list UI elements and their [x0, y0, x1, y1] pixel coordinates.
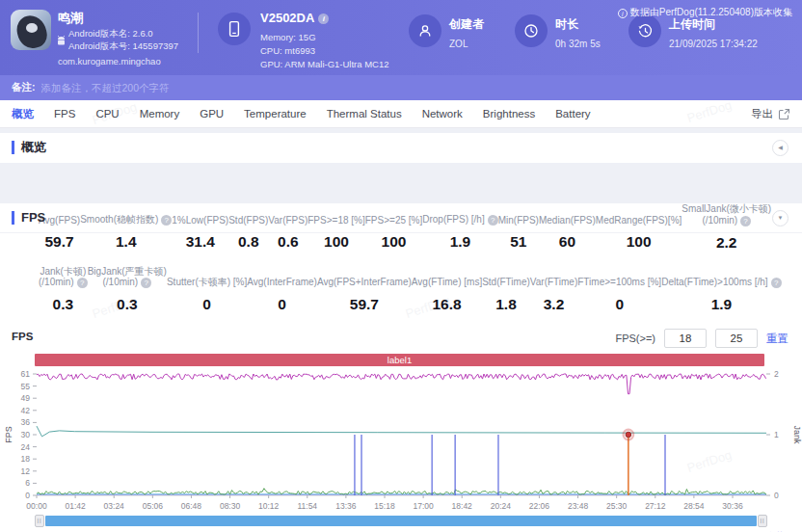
fps-threshold-reset-link[interactable]: 重置: [766, 332, 789, 346]
tab-bar: 概览FPSCPUMemoryGPUTemperatureThermal Stat…: [0, 100, 802, 128]
help-icon[interactable]: ?: [740, 216, 751, 226]
help-icon[interactable]: ?: [77, 278, 88, 288]
app-package: com.kurogame.mingchao: [58, 56, 161, 66]
tab-Network[interactable]: Network: [422, 107, 463, 121]
tab-GPU[interactable]: GPU: [200, 107, 224, 121]
device-gpu: GPU: ARM Mali-G1-Ultra MC12: [260, 59, 389, 69]
slider-right-handle[interactable]: ||: [758, 515, 767, 527]
fps-threshold-low-input[interactable]: [664, 329, 707, 348]
tab-Thermal Status[interactable]: Thermal Status: [327, 107, 402, 121]
duration-label: 时长: [555, 16, 578, 33]
svg-text:06:48: 06:48: [181, 501, 202, 511]
svg-text:20:24: 20:24: [491, 501, 512, 511]
stat-value: 1.4: [80, 233, 172, 251]
help-icon[interactable]: ?: [771, 278, 782, 288]
stat-value: 0.3: [88, 296, 167, 313]
android-icon: [57, 33, 66, 48]
export-button[interactable]: 导出: [751, 100, 790, 127]
device-info-icon[interactable]: i: [318, 13, 329, 24]
svg-text:17:00: 17:00: [413, 501, 434, 511]
fps-threshold-label: FPS(>=): [615, 332, 655, 344]
stat-value: 0.6: [268, 233, 307, 251]
svg-text:61: 61: [21, 369, 31, 379]
svg-text:24: 24: [21, 442, 31, 452]
note-label: 备注:: [12, 81, 36, 94]
chart-label-band[interactable]: label1: [35, 354, 764, 366]
fps-section: FPS ▼ PerfDog PerfDog PerfDog Avg(FPS)59…: [0, 203, 802, 532]
tab-Brightness[interactable]: Brightness: [483, 107, 535, 121]
fps-chart-header: FPS FPS(>=) 重置: [0, 329, 802, 350]
fps-stat: 1%Low(FPS)31.4: [172, 203, 228, 252]
fps-stat: Avg(FTime) [ms]16.8: [412, 266, 482, 314]
header-divider: [198, 13, 199, 53]
svg-text:01:42: 01:42: [65, 501, 86, 511]
fps-threshold-high-input[interactable]: [715, 329, 758, 348]
help-icon[interactable]: ?: [488, 215, 498, 226]
perfdog-report-page: 鸣潮 Android版本名: 2.6.0 Android版本号: 1455973…: [0, 0, 802, 532]
duration-value: 0h 32m 5s: [555, 39, 601, 49]
svg-text:0: 0: [774, 491, 779, 500]
slider-bar[interactable]: [45, 516, 757, 526]
android-version-code: Android版本号: 145597397: [68, 40, 178, 53]
stat-value: 31.4: [172, 233, 228, 251]
duration-icon: [515, 14, 548, 47]
svg-text:2: 2: [774, 369, 779, 379]
stat-value: 59.7: [39, 233, 80, 251]
stat-value: 2.2: [682, 234, 771, 252]
tab-FPS[interactable]: FPS: [54, 107, 75, 121]
tab-概览[interactable]: 概览: [12, 107, 34, 121]
info-icon: i: [618, 9, 628, 18]
chart-range-slider[interactable]: || ||: [45, 516, 757, 526]
report-header: 鸣潮 Android版本名: 2.6.0 Android版本号: 1455973…: [0, 0, 802, 75]
svg-text:23:48: 23:48: [568, 501, 589, 511]
stat-value: 51: [498, 233, 539, 251]
fps-line-chart[interactable]: 00:0001:4203:2405:0606:4808:3010:1211:54…: [0, 368, 802, 515]
help-icon[interactable]: ?: [141, 278, 151, 288]
note-input[interactable]: [41, 82, 427, 93]
svg-text:42: 42: [21, 406, 31, 415]
fps-stat: Avg(FPS+InterFrame)59.7: [317, 266, 412, 314]
tab-Memory[interactable]: Memory: [140, 107, 180, 121]
upload-time-icon: [628, 14, 661, 47]
svg-text:05:06: 05:06: [143, 501, 164, 511]
overview-collapse-button[interactable]: ◀: [772, 140, 789, 156]
fps-collapse-button[interactable]: ▼: [772, 210, 789, 226]
svg-text:10:12: 10:12: [258, 501, 280, 511]
svg-text:27:12: 27:12: [645, 501, 666, 511]
source-note: i数据由PerfDog(11.2.250408)版本收集: [618, 6, 792, 19]
slider-left-handle[interactable]: ||: [35, 515, 44, 527]
svg-text:12: 12: [21, 466, 31, 476]
stat-value: 60: [539, 233, 596, 251]
fps-stat: BigJank(严重卡顿)(/10min)?0.3: [88, 266, 167, 314]
svg-text:49: 49: [21, 393, 31, 403]
app-icon: [11, 10, 51, 50]
stat-value: 1.9: [422, 233, 497, 251]
fps-title: FPS: [12, 211, 45, 225]
fps-chart-title: FPS: [12, 331, 33, 342]
stat-value: 0: [247, 296, 317, 313]
tab-Temperature[interactable]: Temperature: [244, 107, 307, 121]
device-cpu: CPU: mt6993: [260, 45, 315, 56]
overview-title: 概览: [12, 141, 46, 154]
stat-value: 0: [167, 296, 247, 313]
fps-stats-row-1: Avg(FPS)59.7Smooth(稳帧指数)?1.41%Low(FPS)31…: [0, 203, 802, 252]
help-icon[interactable]: ?: [161, 215, 172, 226]
creator-label: 创建者: [449, 16, 484, 33]
fps-stat: FTime>=100ms [%]0: [577, 266, 661, 314]
tab-Battery[interactable]: Battery: [555, 107, 590, 121]
stat-value: 100: [365, 233, 422, 251]
fps-stat: SmallJank(微小卡顿)(/10min)?2.2: [682, 203, 771, 252]
svg-text:11:54: 11:54: [297, 501, 317, 511]
svg-text:0: 0: [25, 491, 30, 500]
svg-text:03:24: 03:24: [104, 501, 125, 511]
stat-value: 100: [307, 233, 364, 251]
fps-stat: Stutter(卡顿率) [%]0: [167, 266, 247, 314]
fps-stats-row-2: Jank(卡顿)(/10min)?0.3BigJank(严重卡顿)(/10min…: [0, 266, 802, 314]
fps-stat: Smooth(稳帧指数)?1.4: [80, 203, 172, 252]
note-row: 备注:: [0, 75, 802, 100]
device-memory: Memory: 15G: [260, 32, 316, 42]
stat-value: 1.9: [661, 296, 782, 313]
svg-text:55: 55: [21, 382, 31, 391]
divider: [0, 232, 802, 233]
tab-CPU[interactable]: CPU: [95, 107, 119, 121]
